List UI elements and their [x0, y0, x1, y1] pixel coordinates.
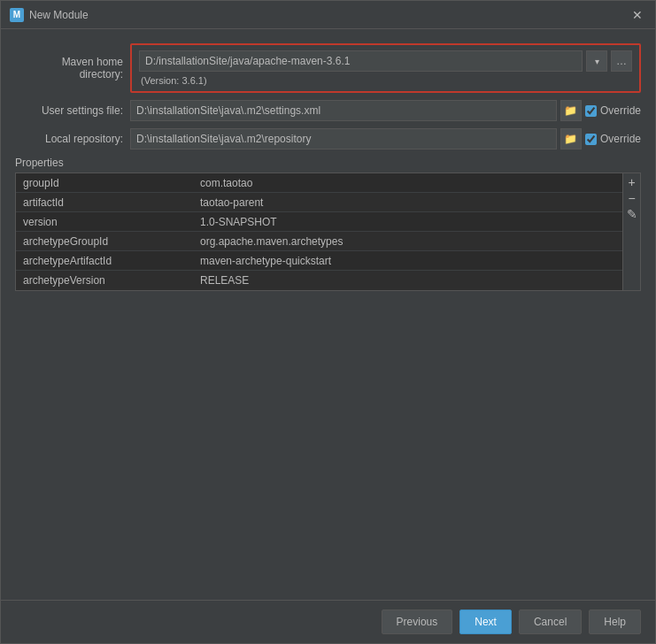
prop-value: org.apache.maven.archetypes: [193, 233, 622, 250]
local-repo-input[interactable]: [130, 128, 557, 150]
prop-value: taotao-parent: [193, 194, 622, 211]
prop-value: RELEASE: [193, 272, 622, 289]
dialog: M New Module ✕ Maven home directory: ▾ ……: [0, 0, 656, 644]
remove-property-button[interactable]: −: [625, 191, 639, 205]
maven-home-label: Maven home directory:: [15, 56, 130, 80]
prop-key: archetypeVersion: [16, 272, 193, 289]
table-row[interactable]: archetypeArtifactIdmaven-archetype-quick…: [16, 251, 622, 271]
footer: Previous Next Cancel Help: [1, 600, 655, 643]
close-button[interactable]: ✕: [629, 6, 646, 24]
properties-wrapper: groupIdcom.taotaoartifactIdtaotao-parent…: [15, 172, 641, 291]
properties-label: Properties: [15, 157, 641, 169]
maven-home-box: ▾ … (Version: 3.6.1): [130, 43, 641, 93]
maven-browse-button[interactable]: …: [611, 50, 632, 72]
user-settings-group: 📁 Override: [130, 100, 641, 121]
properties-sidebar: + − ✎: [623, 172, 641, 291]
maven-dir-row: ▾ …: [139, 50, 632, 72]
maven-dropdown-button[interactable]: ▾: [586, 50, 607, 72]
table-row[interactable]: archetypeGroupIdorg.apache.maven.archety…: [16, 232, 622, 251]
repo-override-checkbox[interactable]: [585, 134, 597, 145]
edit-property-button[interactable]: ✎: [625, 207, 639, 221]
maven-home-input[interactable]: [139, 50, 583, 72]
settings-browse-button[interactable]: 📁: [560, 100, 582, 121]
user-settings-row: User settings file: 📁 Override: [15, 100, 641, 121]
next-button[interactable]: Next: [459, 610, 512, 634]
prop-value: maven-archetype-quickstart: [193, 252, 622, 270]
maven-version-label: (Version: 3.6.1): [139, 75, 632, 86]
previous-button[interactable]: Previous: [382, 610, 453, 634]
dialog-title: New Module: [29, 9, 89, 21]
user-settings-label: User settings file:: [15, 104, 130, 117]
prop-key: groupId: [16, 174, 193, 192]
maven-home-row: Maven home directory: ▾ … (Version: 3.6.…: [15, 43, 641, 93]
properties-table: groupIdcom.taotaoartifactIdtaotao-parent…: [15, 172, 623, 291]
repo-browse-button[interactable]: 📁: [560, 128, 582, 150]
table-row[interactable]: version1.0-SNAPSHOT: [16, 212, 622, 232]
properties-section: Properties groupIdcom.taotaoartifactIdta…: [15, 157, 641, 291]
local-repo-row: Local repository: 📁 Override: [15, 128, 641, 150]
table-row[interactable]: archetypeVersionRELEASE: [16, 271, 622, 290]
add-property-button[interactable]: +: [625, 175, 639, 189]
repo-override-label: Override: [600, 133, 641, 145]
module-icon: M: [10, 8, 24, 22]
local-repo-group: 📁 Override: [130, 128, 641, 150]
settings-override-checkbox[interactable]: [585, 105, 597, 117]
user-settings-input[interactable]: [130, 100, 557, 121]
title-bar-left: M New Module: [10, 8, 89, 22]
settings-override-label: Override: [600, 104, 641, 117]
prop-value: 1.0-SNAPSHOT: [193, 213, 622, 231]
prop-key: archetypeArtifactId: [16, 252, 193, 270]
prop-key: artifactId: [16, 194, 193, 211]
prop-key: version: [16, 213, 193, 231]
table-row[interactable]: groupIdcom.taotao: [16, 173, 622, 193]
cancel-button[interactable]: Cancel: [519, 610, 582, 634]
content-area: Maven home directory: ▾ … (Version: 3.6.…: [1, 29, 655, 600]
prop-value: com.taotao: [193, 174, 622, 192]
title-bar: M New Module ✕: [1, 1, 655, 29]
table-row[interactable]: artifactIdtaotao-parent: [16, 193, 622, 212]
local-repo-label: Local repository:: [15, 133, 130, 145]
prop-key: archetypeGroupId: [16, 233, 193, 250]
help-button[interactable]: Help: [589, 610, 641, 634]
